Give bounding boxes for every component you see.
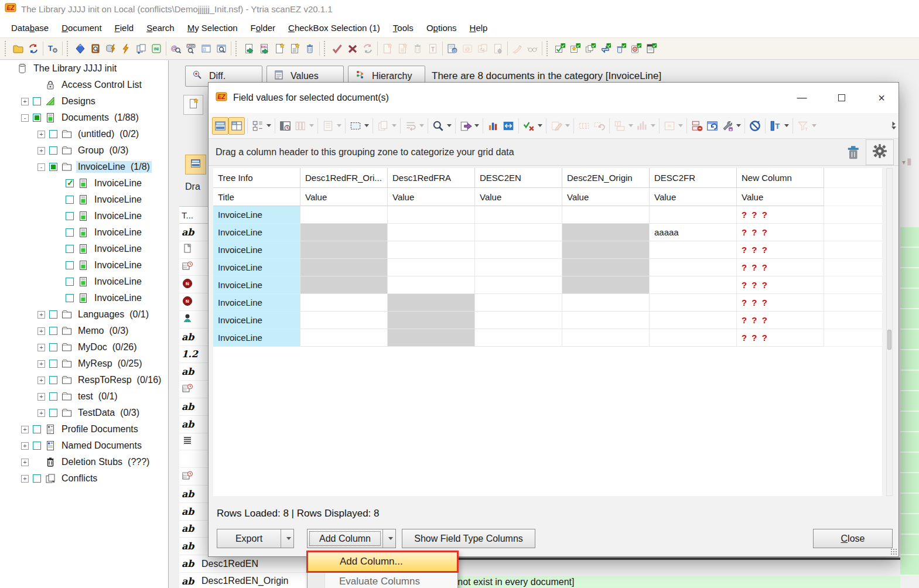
value-cell[interactable] (388, 224, 475, 241)
tree-item-invoiceline[interactable]: InvoiceLine (0, 257, 168, 274)
value-cell[interactable] (300, 312, 388, 329)
menu-database[interactable]: Database (5, 19, 55, 36)
maximize-button[interactable] (825, 86, 859, 110)
field-row-desc1reden[interactable]: abDesc1RedEN (179, 555, 326, 573)
dropdown-arrow-icon[interactable] (812, 124, 816, 127)
value-cell[interactable] (300, 241, 388, 259)
align-cells-icon[interactable] (662, 117, 684, 135)
value-cell[interactable] (300, 206, 388, 224)
tree-item-invoiceline[interactable]: InvoiceLine (0, 241, 168, 257)
expand-icon[interactable]: + (37, 377, 45, 384)
value-cell[interactable] (562, 312, 650, 329)
column-header-desc2fr[interactable]: DESC2FR (650, 168, 737, 188)
grid-scrollbar-thumb[interactable] (887, 330, 891, 350)
expand-icon[interactable]: + (37, 409, 45, 417)
value-cell[interactable] (475, 241, 562, 259)
dropdown-arrow-icon[interactable] (267, 124, 271, 127)
value-cell[interactable]: ? ? ? (737, 224, 824, 241)
tree-item-conflicts[interactable]: +Conflicts (0, 470, 168, 487)
tree-checkbox[interactable] (49, 343, 57, 351)
tree-item-myresp[interactable]: +MyResp(0/25) (0, 355, 168, 372)
grid-row[interactable]: InvoiceLine? ? ? (213, 206, 882, 224)
edit-values-icon[interactable] (549, 117, 571, 135)
chart-icon[interactable] (486, 117, 501, 135)
dropdown-arrow-icon[interactable] (309, 124, 314, 127)
grouping-zone[interactable]: Drag a column header to this grouping zo… (209, 139, 898, 166)
check-uncheck-icon[interactable] (521, 117, 544, 135)
subheader-cell[interactable]: Title (213, 188, 300, 206)
tree-item-documents[interactable]: -Documents(1/88) (0, 110, 168, 126)
value-cell[interactable]: ? ? ? (737, 206, 824, 224)
dropdown-arrow-icon[interactable] (628, 124, 633, 127)
tree-checkbox[interactable] (66, 294, 74, 302)
toolbar-grip[interactable] (5, 41, 8, 56)
subheader-cell[interactable]: Value (300, 188, 388, 206)
wrap-text-icon[interactable] (403, 117, 425, 135)
expand-icon[interactable]: + (37, 131, 45, 138)
value-cell[interactable] (475, 206, 562, 224)
dropdown-arrow-icon[interactable] (784, 124, 789, 127)
value-cell[interactable] (300, 276, 388, 294)
checkbox-new-icon[interactable] (568, 40, 583, 57)
tree-checkbox[interactable] (33, 114, 41, 122)
tree-checkbox[interactable] (49, 392, 57, 401)
value-cell[interactable] (475, 312, 562, 329)
export-document-icon[interactable] (241, 40, 257, 57)
at-card-icon[interactable]: @ (460, 40, 475, 57)
document-fields-icon[interactable]: @ (445, 40, 460, 57)
value-cell[interactable] (562, 206, 650, 224)
agent-script-icon[interactable] (118, 40, 134, 57)
toolbar-grip[interactable] (67, 41, 70, 56)
tree-item-memo[interactable]: +Memo(0/3) (0, 323, 168, 339)
tree-item-invoiceline[interactable]: InvoiceLine (0, 208, 168, 224)
field-type-icon[interactable]: T (612, 117, 634, 135)
dropdown-arrow-icon[interactable] (392, 124, 397, 127)
value-cell[interactable]: ? ? ? (737, 276, 824, 294)
value-cell[interactable]: ? ? ? (737, 241, 824, 259)
field-row-desc1reden_origin[interactable]: abDesc1RedEN_Origin (179, 573, 326, 588)
row-details-icon[interactable] (320, 117, 343, 135)
column-header-desc1redfr-ori-[interactable]: Desc1RedFR_Ori... (300, 168, 388, 188)
reload-grid-icon[interactable] (705, 117, 720, 135)
add-column-button[interactable]: Add Column (307, 529, 396, 548)
tree-item-invoiceline[interactable]: InvoiceLine (0, 290, 168, 306)
toolbar-down-icon[interactable] (891, 127, 896, 129)
menu-options[interactable]: Options (420, 19, 463, 36)
grid-row[interactable]: InvoiceLine? ? ? (213, 312, 882, 329)
tree-info-cell[interactable]: InvoiceLine (213, 241, 300, 259)
tree-item--untitled-[interactable]: +(untitled)(0/2) (0, 126, 168, 142)
value-cell[interactable] (650, 276, 737, 294)
value-cell[interactable]: ? ? ? (737, 294, 824, 312)
value-cell[interactable] (562, 241, 650, 259)
dropdown-arrow-icon[interactable] (447, 124, 452, 127)
doclink-icon[interactable] (475, 40, 490, 57)
value-cell[interactable] (388, 259, 475, 276)
tree-item-access-control-list[interactable]: Access Control List (0, 77, 168, 93)
value-cell[interactable] (562, 294, 650, 312)
export-button[interactable]: Export (217, 529, 294, 548)
toolbar-more-icon[interactable] (893, 121, 896, 126)
tree-item-testdata[interactable]: +TestData(0/3) (0, 405, 168, 421)
value-cell[interactable] (388, 276, 475, 294)
selection-box-icon[interactable] (348, 117, 370, 135)
value-cell[interactable] (388, 241, 475, 259)
tree-checkbox[interactable] (66, 196, 74, 204)
subheader-cell[interactable]: Value (388, 188, 475, 206)
grid-row[interactable]: InvoiceLine? ? ? (213, 294, 882, 312)
value-cell[interactable] (300, 294, 388, 312)
dialog-title-bar[interactable]: EZ Field values for selected document(s)… (209, 83, 898, 113)
tree-checkbox[interactable] (33, 425, 41, 433)
tree-checkbox[interactable] (49, 360, 57, 368)
value-cell[interactable]: aaaaa (650, 224, 737, 241)
dropdown-arrow-icon[interactable] (474, 124, 479, 127)
tree-item-invoiceline[interactable]: InvoiceLine (0, 192, 168, 208)
resize-grip[interactable] (890, 548, 897, 555)
value-cell[interactable] (475, 259, 562, 276)
grid-row[interactable]: InvoiceLineaaaaa? ? ? (213, 224, 882, 241)
grid-row[interactable]: InvoiceLine? ? ? (213, 329, 882, 347)
bg-layout-button[interactable] (185, 155, 206, 175)
copy-database-icon[interactable] (134, 40, 149, 57)
subheader-cell[interactable]: Value (650, 188, 737, 206)
toolbar-grip[interactable] (546, 41, 550, 56)
tree-info-cell[interactable]: InvoiceLine (213, 259, 300, 276)
